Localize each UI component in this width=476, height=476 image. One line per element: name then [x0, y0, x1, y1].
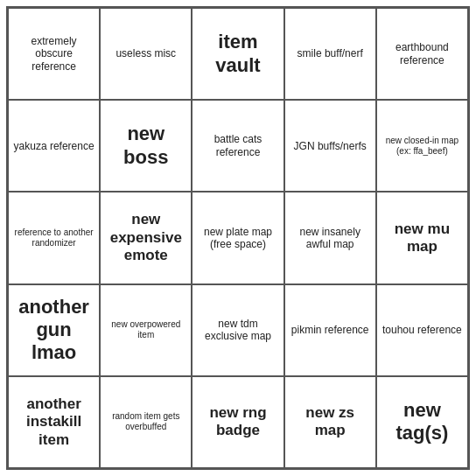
cell-21: random item gets overbuffed [100, 376, 192, 468]
cell-15: another gun lmao [8, 284, 100, 376]
cell-18: pikmin reference [284, 284, 376, 376]
cell-4: earthbound reference [376, 8, 468, 100]
cell-19: touhou reference [376, 284, 468, 376]
cell-23: new zs map [284, 376, 376, 468]
cell-5: yakuza reference [8, 100, 100, 192]
cell-6: new boss [100, 100, 192, 192]
cell-8: JGN buffs/nerfs [284, 100, 376, 192]
cell-20: another instakill item [8, 376, 100, 468]
cell-24: new tag(s) [376, 376, 468, 468]
cell-7: battle cats reference [192, 100, 284, 192]
cell-22: new rng badge [192, 376, 284, 468]
cell-1: useless misc [100, 8, 192, 100]
cell-0: extremely obscure reference [8, 8, 100, 100]
cell-3: smile buff/nerf [284, 8, 376, 100]
cell-11: new expensive emote [100, 192, 192, 284]
cell-13: new insanely awful map [284, 192, 376, 284]
cell-17: new tdm exclusive map [192, 284, 284, 376]
cell-9: new closed-in map (ex: ffa_beef) [376, 100, 468, 192]
cell-2: item vault [192, 8, 284, 100]
cell-16: new overpowered item [100, 284, 192, 376]
cell-10: reference to another randomizer [8, 192, 100, 284]
bingo-board: extremely obscure referenceuseless misci… [6, 6, 470, 470]
cell-14: new mu map [376, 192, 468, 284]
cell-12: new plate map (free space) [192, 192, 284, 284]
